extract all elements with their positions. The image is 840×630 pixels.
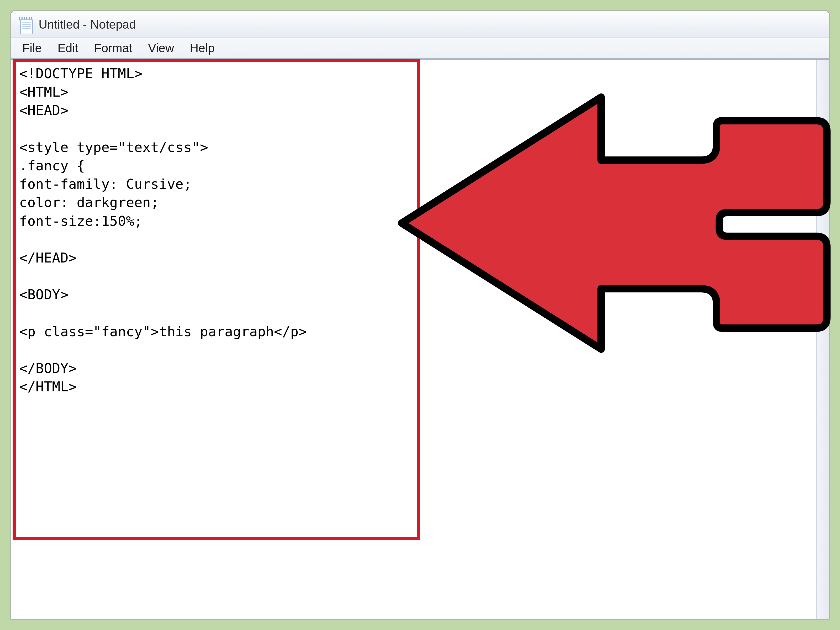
- menu-format[interactable]: Format: [92, 40, 134, 56]
- menubar: File Edit Format View Help: [11, 38, 829, 58]
- notepad-window: Untitled - Notepad File Edit Format View…: [11, 11, 829, 619]
- window-title: Untitled - Notepad: [39, 17, 136, 32]
- background-frame: Untitled - Notepad File Edit Format View…: [0, 0, 840, 630]
- vertical-scrollbar[interactable]: [816, 60, 829, 619]
- menu-help[interactable]: Help: [188, 40, 216, 56]
- titlebar[interactable]: Untitled - Notepad: [11, 11, 829, 38]
- menu-edit[interactable]: Edit: [56, 40, 80, 56]
- notepad-icon: [19, 16, 33, 33]
- editor-wrap: <!DOCTYPE HTML> <HTML> <HEAD> <style typ…: [11, 60, 829, 619]
- text-editor[interactable]: <!DOCTYPE HTML> <HTML> <HEAD> <style typ…: [11, 60, 816, 619]
- menu-file[interactable]: File: [21, 40, 43, 56]
- menu-view[interactable]: View: [147, 40, 175, 56]
